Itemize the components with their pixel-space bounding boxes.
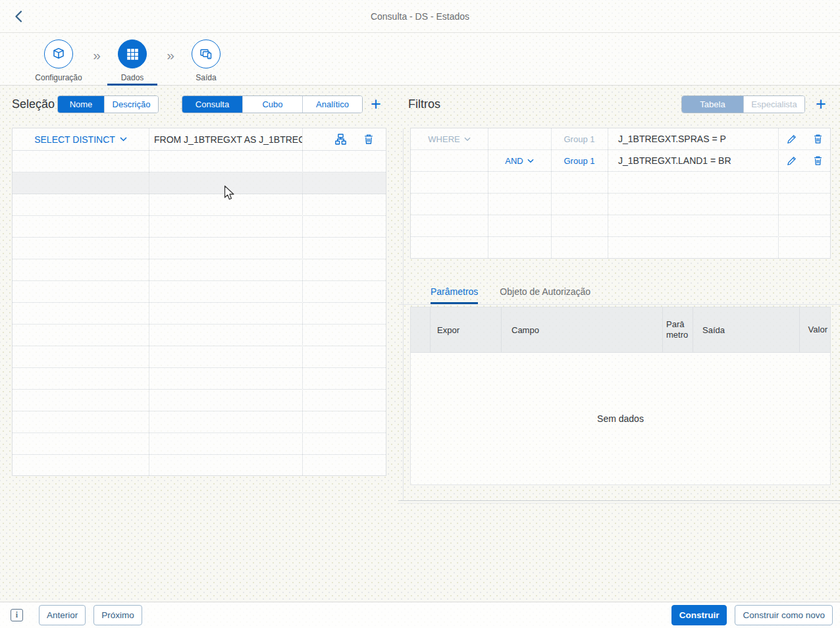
panel-splitter[interactable] xyxy=(398,500,840,501)
select-distinct-label: SELECT DISTINCT xyxy=(34,134,115,145)
trash-icon xyxy=(813,134,823,144)
selection-table: SELECT DISTINCT FROM J_1BTREGXT AS J_1BT… xyxy=(12,128,386,476)
empty-row xyxy=(411,237,830,259)
empty-row xyxy=(13,325,386,346)
empty-row xyxy=(13,368,386,390)
filter-row-actions xyxy=(778,134,831,144)
empty-row xyxy=(13,411,386,433)
delete-selection-button[interactable] xyxy=(363,134,374,145)
chevron-down-icon xyxy=(464,137,471,142)
toggle-especialista[interactable]: Especialista xyxy=(743,96,804,113)
add-selection-button[interactable]: + xyxy=(367,94,384,114)
sitemap-icon xyxy=(335,134,346,145)
group-link[interactable]: Group 1 xyxy=(564,134,595,144)
tab-objeto-de-autorizacao[interactable]: Objeto de Autorização xyxy=(500,286,591,304)
devices-icon xyxy=(192,39,221,68)
delete-filter-button[interactable] xyxy=(813,155,823,166)
source-type-toggle: Consulta Cubo Analítico xyxy=(182,95,363,113)
wizard-step-dados[interactable]: Dados xyxy=(107,39,157,82)
anterior-button[interactable]: Anterior xyxy=(39,605,86,625)
empty-row xyxy=(13,259,386,281)
app-window: Consulta - DS - Estados Configuração » xyxy=(0,0,840,628)
selecao-title: Seleção xyxy=(12,97,55,111)
empty-row xyxy=(411,194,830,215)
trash-icon xyxy=(363,134,374,145)
col-campo: Campo xyxy=(501,307,662,352)
empty-row xyxy=(13,238,386,259)
empty-row xyxy=(411,172,830,194)
col-valor: Valor xyxy=(799,307,830,352)
sitemap-button[interactable] xyxy=(335,134,346,145)
filter-expression: J_1BTREGXT.LAND1 = BR xyxy=(608,155,778,166)
construir-button[interactable]: Construir xyxy=(671,605,727,625)
toggle-cubo[interactable]: Cubo xyxy=(242,96,302,113)
construir-como-novo-button[interactable]: Construir como novo xyxy=(735,605,833,625)
params-table-body: Sem dados xyxy=(410,353,831,485)
wizard-step-saida[interactable]: Saída xyxy=(181,39,231,82)
empty-row xyxy=(411,215,830,237)
col-parametro: Parâmetro xyxy=(662,307,693,352)
toggle-consulta[interactable]: Consulta xyxy=(182,96,242,113)
edit-filter-button[interactable] xyxy=(787,134,797,144)
step-separator-icon: » xyxy=(88,47,104,63)
empty-row xyxy=(13,455,386,477)
empty-row xyxy=(13,346,386,368)
col-spacer xyxy=(411,307,430,352)
selection-from-row: SELECT DISTINCT FROM J_1BTREGXT AS J_1BT… xyxy=(13,128,386,151)
toggle-nome[interactable]: Nome xyxy=(58,96,104,113)
empty-row xyxy=(13,194,386,216)
empty-row xyxy=(13,216,386,238)
chevron-down-icon xyxy=(120,137,127,142)
select-distinct-dropdown[interactable]: SELECT DISTINCT xyxy=(13,134,149,145)
empty-row xyxy=(13,151,386,172)
info-button[interactable]: i xyxy=(11,609,23,621)
shell-header: Consulta - DS - Estados xyxy=(0,0,840,33)
panel-splitter-shadow xyxy=(398,503,840,504)
and-dropdown[interactable]: AND xyxy=(505,156,533,166)
from-clause-text: FROM J_1BTREGXT AS J_1BTREGX xyxy=(149,134,302,145)
app-title: Consulta - DS - Estados xyxy=(0,0,840,33)
filtros-title: Filtros xyxy=(408,97,440,111)
group-link[interactable]: Group 1 xyxy=(564,156,595,166)
col-expor: Expor xyxy=(430,307,501,352)
trash-icon xyxy=(813,155,823,166)
wizard-step-configuracao[interactable]: Configuração xyxy=(34,39,84,82)
tab-parametros[interactable]: Parâmetros xyxy=(431,286,478,304)
col-saida: Saída xyxy=(693,307,799,352)
and-label: AND xyxy=(505,156,523,166)
toggle-analitico[interactable]: Analítico xyxy=(302,96,362,113)
wizard-bar: Configuração » Dados » xyxy=(0,33,840,86)
wizard-step-label: Dados xyxy=(107,73,157,82)
where-dropdown[interactable]: WHERE xyxy=(428,134,470,144)
grid-icon xyxy=(118,39,147,68)
name-description-toggle: Nome Descrição xyxy=(57,95,159,113)
chevron-down-icon xyxy=(527,159,534,163)
empty-row xyxy=(13,281,386,303)
active-step-underline xyxy=(107,84,157,86)
info-icon: i xyxy=(16,610,18,620)
edit-filter-button[interactable] xyxy=(787,156,797,166)
filter-expression: J_1BTREGXT.SPRAS = P xyxy=(608,134,778,144)
empty-row xyxy=(13,303,386,325)
params-table-header: Expor Campo Parâmetro Saída Valor xyxy=(410,307,831,353)
footer-bar: i Anterior Próximo Construir Construir c… xyxy=(0,602,840,628)
toggle-descricao[interactable]: Descrição xyxy=(104,96,158,113)
wizard-step-label: Saída xyxy=(181,73,231,82)
add-filter-button[interactable]: + xyxy=(812,94,829,114)
proximo-button[interactable]: Próximo xyxy=(93,605,142,625)
cube-icon xyxy=(44,39,73,68)
toggle-tabela[interactable]: Tabela xyxy=(682,96,743,113)
filter-table: WHERE Group 1 J_1BTREGXT.SPRAS = P xyxy=(410,128,831,259)
wizard-step-label: Configuração xyxy=(34,73,84,82)
selection-row-actions xyxy=(302,134,387,145)
hovered-empty-row xyxy=(13,172,386,194)
filter-view-toggle: Tabela Especialista xyxy=(681,95,805,113)
empty-row xyxy=(13,390,386,411)
where-label: WHERE xyxy=(428,134,459,144)
delete-filter-button[interactable] xyxy=(813,134,823,144)
filter-row: WHERE Group 1 J_1BTREGXT.SPRAS = P xyxy=(411,128,830,150)
filter-row-actions xyxy=(778,155,831,166)
pencil-icon xyxy=(787,134,797,144)
params-tab-bar: Parâmetros Objeto de Autorização xyxy=(398,280,840,305)
panel-divider xyxy=(403,128,404,501)
